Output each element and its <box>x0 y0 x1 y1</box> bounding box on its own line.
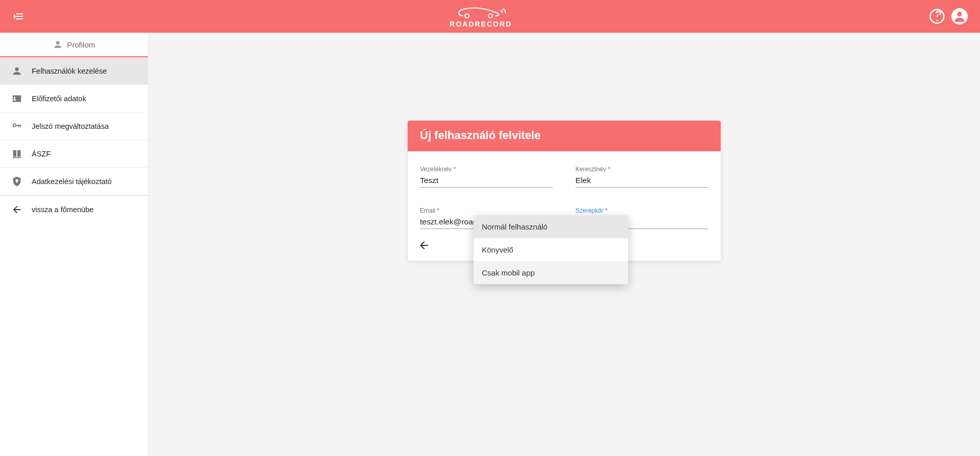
sidebar-item-label: ÁSZF <box>32 150 51 158</box>
email-label: Email * <box>420 207 553 214</box>
brand-logo[interactable]: ROADRECORD <box>450 5 512 28</box>
brand-text: ROADRECORD <box>450 20 512 28</box>
field-lastname: Vezetéknév * <box>420 166 553 188</box>
account-icon[interactable] <box>951 8 968 25</box>
sidebar-item-label: Adatkezelési tájékoztató <box>32 177 112 186</box>
arrow-back-icon <box>418 239 430 252</box>
app-header: ROADRECORD <box>0 0 980 33</box>
sidebar-item-terms[interactable]: ÁSZF <box>0 140 148 168</box>
role-dropdown-menu: Normál felhasználó Könyvelő Csak mobil a… <box>474 215 628 284</box>
svg-point-0 <box>465 14 469 18</box>
role-label: Szerepkör * <box>575 207 708 214</box>
svg-point-1 <box>488 14 493 18</box>
sidebar-title: Profilom <box>0 33 148 57</box>
sidebar-title-label: Profilom <box>67 40 95 49</box>
lastname-label: Vezetéknév * <box>420 166 553 173</box>
id-card-icon <box>11 93 23 104</box>
sidebar-item-back[interactable]: vissza a főmenübe <box>0 196 148 223</box>
key-icon <box>11 121 23 132</box>
arrow-back-icon <box>11 204 23 215</box>
sidebar-item-subscriber[interactable]: Előfizetői adatok <box>0 85 148 112</box>
book-icon <box>11 148 23 159</box>
back-button[interactable] <box>418 239 430 252</box>
role-option-mobile[interactable]: Csak mobil app <box>474 261 628 284</box>
header-right <box>929 8 968 25</box>
person-icon <box>53 39 63 50</box>
role-option-normal[interactable]: Normál felhasználó <box>474 215 628 238</box>
shield-icon <box>11 176 23 187</box>
sidebar-item-privacy[interactable]: Adatkezelési tájékoztató <box>0 168 148 195</box>
person-icon <box>11 65 23 77</box>
field-firstname: Keresztnév * <box>575 166 708 188</box>
header-center: ROADRECORD <box>33 5 929 28</box>
header-left <box>12 10 33 22</box>
sidebar-item-label: vissza a főmenübe <box>32 206 94 214</box>
menu-toggle-icon[interactable] <box>12 10 25 22</box>
sidebar-item-label: Jelszó megváltoztatása <box>32 122 109 130</box>
sidebar-item-users[interactable]: Felhasználók kezelése <box>0 57 148 85</box>
sidebar-item-label: Előfizetői adatok <box>32 95 86 103</box>
lastname-input[interactable] <box>420 175 553 188</box>
sidebar-item-password[interactable]: Jelszó megváltoztatása <box>0 112 148 140</box>
firstname-input[interactable] <box>575 175 708 188</box>
role-option-accountant[interactable]: Könyvelő <box>474 238 628 261</box>
help-icon[interactable] <box>929 8 945 25</box>
sidebar-item-label: Felhasználók kezelése <box>32 67 107 75</box>
firstname-label: Keresztnév * <box>575 166 708 173</box>
card-title: Új felhasználó felvitele <box>408 121 721 151</box>
sidebar: Profilom Felhasználók kezelése Előfizető… <box>0 33 148 456</box>
